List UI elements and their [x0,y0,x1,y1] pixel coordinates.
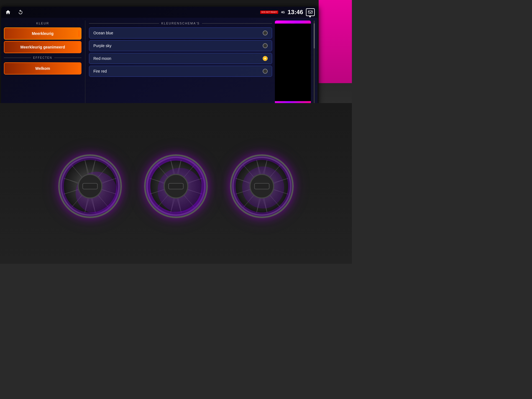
screen-bezel: SOS NOT READY 4G 13:46 KLEUR Meerkleurig [0,6,319,108]
purple-sky-label: Purple sky [93,44,111,48]
message-icon[interactable] [306,8,315,16]
ocean-blue-radio[interactable] [263,30,268,35]
vent-left [58,154,122,218]
sos-label: SOS NOT READY [261,11,277,13]
color-preview-visual [275,21,311,104]
divider [85,21,85,104]
red-moon-radio[interactable] [263,56,268,61]
fire-red-radio[interactable] [263,69,268,74]
vent-right [230,154,294,218]
schema-item-red-moon[interactable]: Red moon [89,53,272,64]
home-button[interactable] [4,8,12,16]
sos-badge: SOS NOT READY [260,11,278,14]
left-panel: KLEUR Meerkleurig Meerkleurig geanimeerd… [4,21,81,104]
svg-rect-11 [275,24,311,101]
color-preview-panel [275,21,311,104]
svg-rect-21 [168,183,183,189]
kleurenschemas-label: KLEURENSCHEMA'S [89,21,272,26]
right-panel: KLEURENSCHEMA'S Ocean blue Purple sky [89,21,272,104]
status-bar: SOS NOT READY 4G 13:46 [1,7,318,18]
svg-rect-0 [308,11,313,13]
clock: 13:46 [288,9,303,16]
schema-item-purple-sky[interactable]: Purple sky [89,40,272,51]
meerkleurig-label: Meerkleurig [32,31,54,36]
meerkleurig-geanimeerd-label: Meerkleurig geanimeerd [20,45,65,49]
light-rays-svg [275,21,311,104]
main-content: KLEUR Meerkleurig Meerkleurig geanimeerd… [1,18,318,107]
schema-item-ocean-blue[interactable]: Ocean blue [89,27,272,39]
scrollbar-thumb[interactable] [314,23,315,48]
svg-rect-26 [254,183,269,189]
status-bar-right: SOS NOT READY 4G 13:46 [260,8,315,16]
schema-list: Ocean blue Purple sky Red moon [89,27,272,77]
back-button[interactable] [16,8,25,16]
welkom-button[interactable]: Welkom [4,62,81,75]
status-bar-left [4,8,25,16]
infotainment-screen: SOS NOT READY 4G 13:46 KLEUR Meerkleurig [1,7,318,107]
vent-right-svg [232,156,292,216]
kleur-label: KLEUR [4,21,81,26]
red-moon-label: Red moon [93,56,111,61]
schema-item-fire-red[interactable]: Fire red [89,66,272,77]
vents-area [0,103,352,264]
vent-left-svg [60,156,120,216]
pink-ambient-light [319,0,352,83]
purple-sky-radio[interactable] [263,43,268,48]
ocean-blue-label: Ocean blue [93,31,113,35]
vent-center-svg [146,156,206,216]
meerkleurig-geanimeerd-button[interactable]: Meerkleurig geanimeerd [4,41,81,53]
svg-rect-16 [83,183,97,189]
fire-red-label: Fire red [93,69,107,73]
effecten-label: EFFECTEN [4,55,81,61]
welkom-label: Welkom [35,66,50,71]
meerkleurig-button[interactable]: Meerkleurig [4,27,81,40]
scrollbar[interactable] [314,21,315,104]
vent-center [144,154,208,218]
signal-indicator: 4G [281,11,285,14]
